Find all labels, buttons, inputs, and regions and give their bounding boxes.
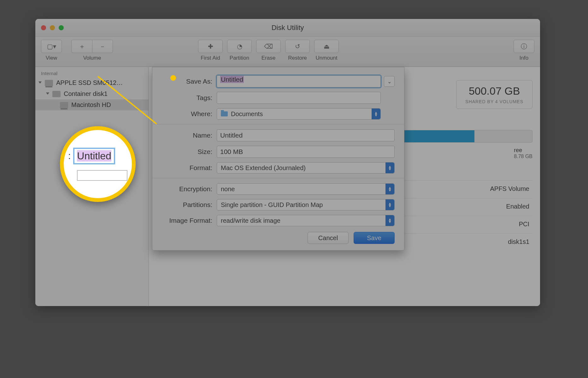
divider [152,178,404,178]
partition-label: Partition [230,55,249,61]
image-format-popup[interactable]: read/write disk image▲▼ [217,215,395,226]
first-aid-button[interactable]: ✚ [198,40,223,53]
sidebar-disk-label: APPLE SSD SM0512… [56,79,123,86]
info-label: Info [520,55,528,61]
tags-label: Tags: [162,94,212,102]
window-title: Disk Utility [272,24,304,32]
info-enabled: Enabled [506,203,529,210]
disk-utility-window: Disk Utility ▢▾ View ＋ － Volume ✚First A… [35,19,540,306]
restore-button[interactable]: ↺ [285,40,310,53]
image-format-value: read/write disk image [221,217,280,224]
volume-add-button[interactable]: ＋ [71,40,92,53]
divider [152,124,404,124]
image-format-label: Image Format: [162,217,212,224]
pie-icon: ◔ [237,43,242,50]
stethoscope-icon: ✚ [208,43,213,50]
updown-icon: ▲▼ [388,218,392,223]
partitions-label: Partitions: [162,201,212,209]
erase-label: Erase [262,55,275,61]
capacity-sub: SHARED BY 4 VOLUMES [465,99,523,104]
toolbar-volume-group: ＋ － Volume [71,40,113,61]
minimize-icon[interactable] [50,25,55,30]
erase-icon: ⌫ [264,43,273,50]
where-value: Documents [231,110,263,118]
disclosure-icon[interactable] [38,81,42,85]
sidebar-header: Internal [35,69,149,77]
unmount-label: Unmount [316,55,338,61]
legend-free-label: ree [514,147,532,154]
updown-icon: ▲▼ [388,186,392,192]
disclosure-icon[interactable] [46,92,49,96]
save-sheet: Save As: Untitled ⌄ Tags: Where: Documen… [152,67,404,251]
save-as-field[interactable]: Untitled [217,75,381,87]
name-field[interactable] [217,129,395,141]
toolbar-center: ✚First Aid ◔Partition ⌫Erase ↺Restore ⏏U… [198,40,339,61]
where-label: Where: [162,110,212,118]
info-type: APFS Volume [490,185,529,192]
volume-remove-button[interactable]: － [92,40,113,53]
save-as-value: Untitled [220,76,244,83]
titlebar: Disk Utility [35,19,540,37]
toolbar: ▢▾ View ＋ － Volume ✚First Aid ◔Partition… [35,37,540,67]
info-connection-value: PCI [519,221,529,228]
folder-icon [221,111,228,116]
close-icon[interactable] [41,25,46,30]
capacity-value: 500.07 GB [465,85,523,97]
partitions-popup[interactable]: Single partition - GUID Partition Map▲▼ [217,199,395,210]
info-device-value: disk1s1 [508,238,529,245]
where-popup[interactable]: Documents ▲▼ [217,108,381,120]
sidebar-item-disk[interactable]: APPLE SSD SM0512… [35,77,149,88]
tags-field[interactable] [217,92,381,104]
info-icon: ⓘ [521,42,527,51]
sidebar: Internal APPLE SSD SM0512… Container dis… [35,67,149,306]
size-field[interactable] [217,146,395,158]
partition-button[interactable]: ◔ [227,40,252,53]
zoom-icon[interactable] [59,25,64,30]
volume-icon [60,102,68,108]
expand-save-button[interactable]: ⌄ [384,76,395,87]
info-button[interactable]: ⓘ [514,40,534,53]
restore-label: Restore [288,55,307,61]
cancel-button[interactable]: Cancel [308,232,349,244]
toolbar-view-group: ▢▾ View [41,40,62,61]
traffic-lights [41,25,64,30]
toolbar-view-label: View [46,55,57,61]
updown-icon: ▲▼ [374,111,378,116]
encryption-popup[interactable]: none▲▼ [217,183,395,195]
format-value: Mac OS Extended (Journaled) [221,164,306,172]
container-icon [52,91,61,97]
sidebar-container-label: Container disk1 [64,90,108,97]
chevron-down-icon: ⌄ [387,79,391,85]
usage-legend: ree8.78 GB [514,147,532,159]
sidebar-item-volume[interactable]: Macintosh HD [35,99,149,110]
updown-icon: ▲▼ [388,202,392,207]
legend-free-value: 8.78 GB [514,154,532,159]
format-popup[interactable]: Mac OS Extended (Journaled)▲▼ [217,162,395,174]
sidebar-volume-label: Macintosh HD [71,101,111,109]
encryption-value: none [221,186,235,193]
partitions-value: Single partition - GUID Partition Map [221,201,323,209]
disk-icon [45,80,53,86]
first-aid-label: First Aid [201,55,220,61]
save-button[interactable]: Save [354,232,395,244]
erase-button[interactable]: ⌫ [256,40,281,53]
restore-icon: ↺ [295,43,300,50]
size-label: Size: [162,148,212,156]
encryption-label: Encryption: [162,185,212,193]
name-label: Name: [162,132,212,139]
format-label: Format: [162,164,212,172]
capacity-box: 500.07 GB SHARED BY 4 VOLUMES [456,80,532,109]
toolbar-volume-label: Volume [83,55,101,61]
save-as-label: Save As: [162,78,212,85]
eject-icon: ⏏ [324,43,330,50]
unmount-button[interactable]: ⏏ [314,40,339,53]
sidebar-item-container[interactable]: Container disk1 [35,88,149,99]
view-button[interactable]: ▢▾ [41,40,62,53]
updown-icon: ▲▼ [388,165,392,170]
toolbar-info-group: ⓘ Info [514,40,534,61]
